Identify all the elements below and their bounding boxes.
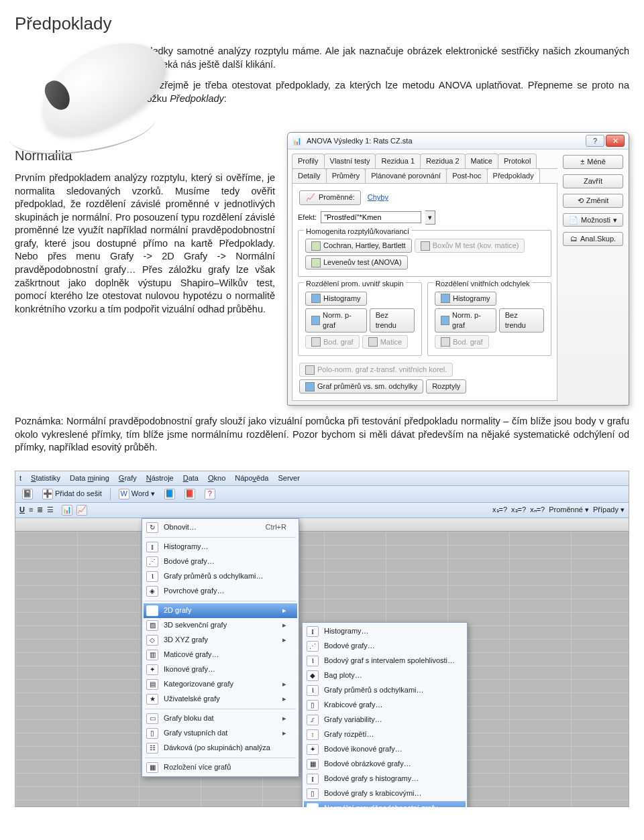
mi-ikonove[interactable]: ✦Ikonové grafy…: [144, 662, 297, 677]
menu-statistiky[interactable]: Statistiky: [31, 473, 60, 483]
menubar: t Statistiky Data mining Grafy Nástroje …: [15, 471, 629, 486]
tool-promenne[interactable]: Proměnné ▾: [549, 505, 589, 515]
menu-okno[interactable]: Okno: [208, 473, 225, 483]
tool-chart1[interactable]: 📊: [62, 505, 72, 516]
tab-predpoklady[interactable]: Předpoklady: [487, 168, 540, 183]
smi-bodove[interactable]: ⋰Bodové grafy…: [304, 639, 466, 654]
tab-vlastni-testy[interactable]: Vlastní testy: [324, 154, 376, 168]
mi-povrch[interactable]: ◈Povrchové grafy…: [144, 584, 297, 599]
analskup-button[interactable]: 🗂 Anal.Skup.: [563, 232, 623, 246]
normpgraf-button-right[interactable]: Norm. p-graf: [435, 308, 496, 333]
levene-button[interactable]: Leveneův test (ANOVA): [305, 255, 408, 269]
tab-rezidua1[interactable]: Rezidua 1: [375, 154, 421, 168]
bodgraf-button-left: Bod. graf: [305, 335, 360, 349]
smi-rozpeti[interactable]: ↕Grafy rozpětí…: [304, 727, 466, 742]
promenne-value[interactable]: Chyby: [368, 192, 388, 202]
tool-notebook[interactable]: 📓: [19, 488, 36, 500]
tool-help[interactable]: ?: [202, 488, 218, 500]
mi-3d-xyz[interactable]: ◇3D XYZ grafy▸: [144, 633, 297, 648]
mi-blok-dat[interactable]: ▭Grafy bloku dat▸: [144, 711, 297, 726]
mi-kategoriz[interactable]: ▤Kategorizované grafy▸: [144, 677, 297, 692]
smi-bagploty[interactable]: ◆Bag ploty…: [304, 668, 466, 683]
promenne-button[interactable]: 📈Proměnné:: [299, 190, 361, 205]
moznosti-button[interactable]: 📄 Možnosti ▾: [563, 213, 623, 227]
note-text: Normální pravděpodobnostní grafy slouží …: [15, 416, 629, 453]
tool-book1[interactable]: 📘: [162, 488, 178, 500]
menu-server[interactable]: Server: [278, 473, 299, 483]
smi-krabicove[interactable]: ▯Krabicové grafy…: [304, 698, 466, 713]
group-rozdeleni-odch: Rozdělení vnitřních odchylek: [433, 280, 532, 288]
smi-bod-ikon[interactable]: ✦Bodové ikonové grafy…: [304, 742, 466, 757]
beztrendu-button-left[interactable]: Bez trendu: [370, 308, 415, 333]
tool-word[interactable]: WWord ▾: [116, 488, 158, 500]
normpgraf-button-left[interactable]: Norm. p-graf: [305, 308, 367, 333]
help-button[interactable]: ?: [586, 135, 604, 147]
tool-x1[interactable]: x₁=?: [492, 505, 507, 515]
graf-prumeru-button[interactable]: Graf průměrů vs. sm. odchylky: [299, 379, 423, 394]
smi-bod-krab[interactable]: ▯Bodové grafy s krabicovými…: [304, 786, 466, 801]
group-rozdeleni-prom: Rozdělení prom. uvnitř skupin: [304, 280, 406, 288]
toolbar2: U ≡ ≣ ☰ 📊 📈 x₁=? x₂=? xₙ=? Proměnné ▾ Př…: [15, 503, 629, 518]
smi-prum-odch[interactable]: ⲒGrafy průměrů s odchylkami…: [304, 683, 466, 698]
smi-bod-obraz[interactable]: ▦Bodové obrázkové grafy…: [304, 757, 466, 772]
tool-pripady[interactable]: Případy ▾: [593, 505, 625, 515]
menu-nastroje[interactable]: Nástroje: [146, 473, 174, 483]
mi-2d-grafy[interactable]: ▦2D grafy▸: [144, 603, 297, 618]
menu-data[interactable]: Data: [183, 473, 199, 483]
mi-prum-odch[interactable]: ⲒGrafy průměrů s odchylkami…: [144, 569, 297, 584]
smi-normal-pravdep[interactable]: ╱Normální pravděpodobnostní grafy…: [304, 801, 466, 807]
zavrit-button[interactable]: Zavřít: [563, 174, 623, 188]
app-window: t Statistiky Data mining Grafy Nástroje …: [15, 471, 629, 807]
mi-bodove[interactable]: ⋰Bodové grafy…: [144, 554, 297, 569]
tool-align2[interactable]: ≣: [37, 505, 43, 515]
tool-align3[interactable]: ☰: [47, 505, 54, 515]
smi-bod-hist[interactable]: ⫿Bodové grafy s histogramy…: [304, 772, 466, 786]
mi-vstup-dat[interactable]: ▯Grafy vstupních dat▸: [144, 726, 297, 741]
menu-datamining[interactable]: Data mining: [70, 473, 109, 483]
mi-obnovit[interactable]: ↻Obnovit…Ctrl+R: [144, 520, 297, 535]
histogramy-button-right[interactable]: Histogramy: [435, 292, 496, 306]
tab-rezidua2[interactable]: Rezidua 2: [420, 154, 466, 168]
tool-x2[interactable]: x₂=?: [511, 505, 526, 515]
tool-underline[interactable]: U: [19, 505, 25, 515]
smi-histogramy[interactable]: ⫿Histogramy…: [304, 624, 466, 639]
tool-align1[interactable]: ≡: [29, 505, 33, 515]
mi-davkova[interactable]: ☷Dávková (po skupinách) analýza: [144, 741, 297, 756]
beztrendu-button-right[interactable]: Bez trendu: [499, 308, 544, 333]
cochran-button[interactable]: Cochran, Hartley, Bartlett: [305, 239, 412, 253]
histogramy-button-left[interactable]: Histogramy: [305, 292, 367, 306]
tab-profily[interactable]: Profily: [292, 154, 325, 168]
tab-detaily[interactable]: Detaily: [292, 168, 327, 183]
bodgraf-button-right: Bod. graf: [435, 335, 489, 349]
efekt-input[interactable]: [321, 211, 421, 223]
grafy-menu: ↻Obnovit…Ctrl+R ⫿Histogramy… ⋰Bodové gra…: [142, 518, 299, 777]
tab-planovane[interactable]: Plánované porovnání: [365, 168, 447, 183]
menu-napoveda[interactable]: Nápověda: [235, 473, 268, 483]
mi-rozlozeni[interactable]: ▦Rozložení více grafů: [144, 760, 297, 775]
tool-pridat[interactable]: ➕Přidat do sešit: [40, 488, 105, 500]
tab-protokol[interactable]: Protokol: [498, 154, 537, 168]
rozptyly-button[interactable]: Rozptyly: [426, 379, 466, 394]
tool-chart2[interactable]: 📈: [76, 505, 87, 516]
tool-xn[interactable]: xₙ=?: [530, 505, 545, 515]
app-icon: 📊: [292, 135, 303, 146]
efekt-label: Efekt:: [298, 213, 317, 223]
tab-matice[interactable]: Matice: [465, 154, 498, 168]
mene-button[interactable]: ± Méně: [563, 155, 623, 169]
close-button[interactable]: ✕: [606, 135, 625, 147]
tool-book2[interactable]: 📕: [182, 488, 198, 500]
mi-maticove[interactable]: ▥Maticové grafy…: [144, 648, 297, 662]
mi-3d-sekv[interactable]: ▨3D sekvenční grafy▸: [144, 618, 297, 633]
mi-histogramy[interactable]: ⫿Histogramy…: [144, 540, 297, 554]
efekt-dropdown[interactable]: ▾: [425, 211, 435, 225]
menu-grafy[interactable]: Grafy: [119, 473, 137, 483]
menu-t[interactable]: t: [19, 473, 21, 483]
mi-uzivatel[interactable]: ★Uživatelské grafy▸: [144, 692, 297, 707]
tab-prumery[interactable]: Průměry: [326, 168, 366, 183]
mouse-image: [15, 45, 122, 125]
smi-variability[interactable]: ⎎Grafy variability…: [304, 713, 466, 727]
zmenit-button[interactable]: ⟲ Změnit: [563, 194, 623, 208]
tab-posthoc[interactable]: Post-hoc: [446, 168, 487, 183]
polo-norm-button: Polo-norm. graf z-transf. vnitřních kore…: [299, 363, 453, 377]
smi-bodovy-interval[interactable]: ⲒBodový graf s intervalem spolehlivosti…: [304, 654, 466, 668]
